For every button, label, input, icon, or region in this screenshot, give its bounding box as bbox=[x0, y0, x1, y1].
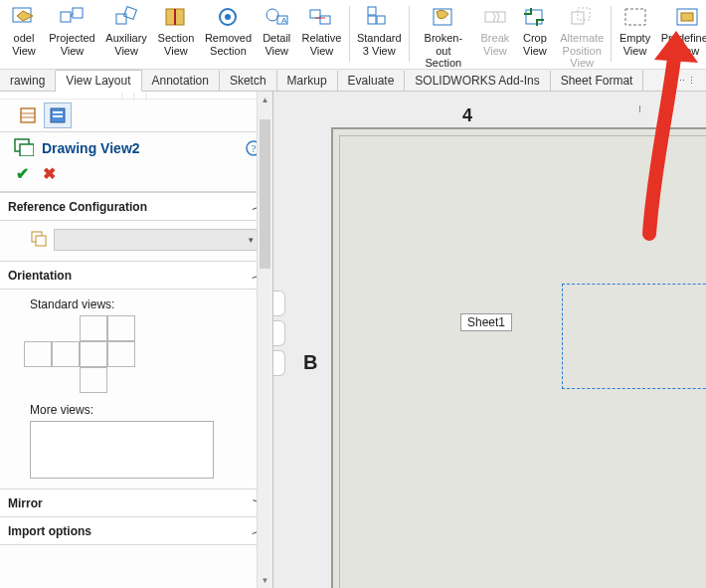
ribbon-label: Section bbox=[210, 45, 247, 58]
svg-rect-16 bbox=[368, 16, 376, 24]
scroll-up-icon[interactable]: ▲ bbox=[258, 92, 272, 107]
ribbon-label: Alternate bbox=[560, 32, 604, 45]
break-view-button: BreakView bbox=[475, 2, 515, 70]
tab-addins[interactable]: SOLIDWORKS Add-Ins bbox=[405, 71, 550, 91]
section-view-icon bbox=[162, 4, 190, 30]
view-front-icon[interactable] bbox=[52, 341, 80, 367]
svg-text:A: A bbox=[281, 16, 287, 25]
ribbon-label: View bbox=[164, 45, 188, 58]
view-back-icon[interactable] bbox=[107, 341, 135, 367]
ribbon-label: View bbox=[61, 45, 85, 58]
section-reference-configuration[interactable]: Reference Configuration ︿ bbox=[0, 192, 272, 221]
ribbon-label: Section bbox=[426, 57, 462, 70]
svg-rect-17 bbox=[368, 7, 376, 15]
ribbon-label: Detail bbox=[263, 32, 290, 45]
alternate-position-view-button: AlternatePositionView bbox=[555, 2, 610, 70]
model-view-button[interactable]: odelView bbox=[4, 2, 44, 70]
detail-view-button[interactable]: ADetailView bbox=[257, 2, 296, 70]
removed-section-icon bbox=[214, 4, 242, 30]
drawing-canvas[interactable]: 4 B Sheet1 bbox=[273, 92, 706, 588]
ribbon-label: odel bbox=[14, 32, 35, 45]
auxiliary-view-icon bbox=[112, 4, 140, 30]
ribbon-label: View bbox=[623, 45, 647, 58]
standard-3-view-button[interactable]: Standard3 View bbox=[352, 2, 407, 70]
svg-point-10 bbox=[266, 9, 278, 21]
projected-view-icon bbox=[58, 4, 86, 30]
svg-rect-21 bbox=[526, 10, 542, 24]
svg-rect-27 bbox=[21, 108, 35, 122]
property-manager-tab-icon[interactable] bbox=[44, 102, 72, 128]
section-label: Mirror bbox=[8, 496, 43, 510]
tab-view-layout[interactable]: View Layout bbox=[56, 70, 141, 92]
more-views-label: More views: bbox=[30, 403, 259, 417]
view-iso-icon[interactable] bbox=[107, 315, 135, 341]
flyout-tab[interactable] bbox=[273, 350, 285, 376]
flyout-tab[interactable] bbox=[273, 291, 285, 316]
view-right-icon[interactable] bbox=[80, 341, 107, 367]
svg-rect-18 bbox=[377, 16, 385, 24]
crop-view-button[interactable]: CropView bbox=[515, 2, 555, 70]
view-bottom-icon[interactable] bbox=[80, 367, 107, 393]
command-manager-overflow[interactable]: ◂ ⋯⋮ bbox=[659, 76, 706, 86]
svg-rect-34 bbox=[20, 144, 34, 156]
model-view-icon bbox=[10, 4, 38, 30]
section-mirror[interactable]: Mirror ︿ bbox=[0, 489, 272, 516]
relative-view-button[interactable]: RelativeView bbox=[296, 2, 346, 70]
svg-rect-32 bbox=[53, 115, 63, 117]
flyout-tabs bbox=[273, 291, 287, 380]
drawing-view-icon bbox=[14, 138, 34, 158]
section-import-options[interactable]: Import options ︿ bbox=[0, 516, 272, 545]
panel-scrollbar[interactable]: ▲ ▼ bbox=[257, 92, 272, 588]
more-views-list[interactable] bbox=[30, 421, 214, 479]
view-left-icon[interactable] bbox=[24, 341, 52, 367]
detail-view-icon: A bbox=[263, 4, 290, 30]
svg-text:?: ? bbox=[252, 142, 257, 154]
property-manager-header: Drawing View2 ? bbox=[0, 132, 272, 162]
empty-view-placeholder[interactable] bbox=[562, 284, 706, 389]
ribbon-label: 3 View bbox=[363, 45, 396, 58]
ribbon-label: Removed bbox=[205, 32, 252, 45]
ribbon-label: View bbox=[570, 57, 594, 70]
projected-view-button[interactable]: ProjectedView bbox=[44, 2, 100, 70]
scroll-thumb[interactable] bbox=[260, 119, 270, 269]
ribbon-label: View bbox=[12, 45, 36, 58]
svg-rect-2 bbox=[73, 8, 83, 18]
drawing-sheet[interactable]: Sheet1 bbox=[331, 127, 706, 588]
predefined-view-icon bbox=[673, 4, 701, 30]
ribbon-label: Section bbox=[158, 32, 195, 45]
empty-view-button[interactable]: EmptyView bbox=[614, 2, 655, 70]
tab-sheet-format[interactable]: Sheet Format bbox=[551, 71, 644, 91]
tab-evaluate[interactable]: Evaluate bbox=[338, 71, 406, 91]
broken-out-section-button[interactable]: Broken-outSection bbox=[412, 2, 475, 70]
view-top-icon[interactable] bbox=[80, 315, 107, 341]
svg-point-9 bbox=[225, 14, 231, 20]
ribbon-label: Relative bbox=[302, 32, 342, 45]
ribbon-label: Empty bbox=[619, 32, 650, 45]
ribbon-label: View bbox=[114, 45, 138, 58]
tab-markup[interactable]: Markup bbox=[277, 71, 338, 91]
tab-drawing[interactable]: rawing bbox=[0, 71, 56, 91]
section-orientation[interactable]: Orientation ︿ bbox=[0, 261, 272, 290]
predefined-view-button[interactable]: PredefinedView bbox=[656, 2, 706, 70]
chevron-down-icon: ▾ bbox=[249, 235, 254, 245]
flyout-tab[interactable] bbox=[273, 320, 285, 346]
scroll-down-icon[interactable]: ▼ bbox=[258, 572, 272, 588]
removed-section-button[interactable]: RemovedSection bbox=[200, 2, 258, 70]
ribbon-separator bbox=[611, 6, 612, 62]
tab-annotation[interactable]: Annotation bbox=[142, 71, 220, 91]
ribbon-separator bbox=[409, 6, 410, 62]
tab-sketch[interactable]: Sketch bbox=[220, 71, 277, 91]
section-view-button[interactable]: SectionView bbox=[152, 2, 200, 70]
cancel-button[interactable]: ✖ bbox=[43, 164, 56, 183]
ribbon-label: Position bbox=[563, 45, 602, 58]
ok-button[interactable]: ✔ bbox=[16, 164, 29, 183]
feature-manager-tab-icon[interactable] bbox=[14, 102, 42, 128]
empty-view-icon bbox=[621, 4, 649, 30]
panel-drag-handle[interactable]: ⋮⋮⋮ bbox=[0, 92, 272, 99]
configuration-icon bbox=[30, 230, 48, 251]
auxiliary-view-button[interactable]: AuxiliaryView bbox=[100, 2, 152, 70]
command-manager-tabs: rawingView LayoutAnnotationSketchMarkupE… bbox=[0, 70, 706, 92]
ruler-top: 4 bbox=[331, 105, 706, 125]
crop-view-icon bbox=[521, 4, 549, 30]
reference-configuration-dropdown[interactable]: ▾ bbox=[54, 229, 259, 251]
